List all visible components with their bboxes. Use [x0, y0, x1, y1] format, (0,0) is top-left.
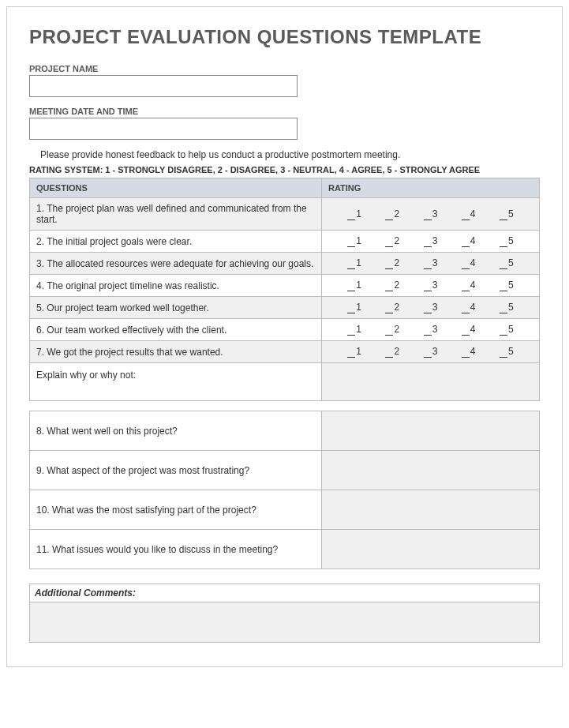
rating-option-5[interactable]: 5 [495, 324, 518, 336]
question-text: 1. The project plan was well defined and… [30, 198, 322, 231]
open-answer-cell[interactable] [322, 411, 540, 451]
open-answer-cell[interactable] [322, 451, 540, 490]
question-text: 7. We got the project results that we wa… [30, 341, 322, 363]
rating-option-3[interactable]: 3 [418, 302, 442, 313]
rating-option-5[interactable]: 5 [495, 302, 518, 313]
rating-option-3[interactable]: 3 [418, 235, 442, 247]
rating-option-1[interactable]: 1 [343, 257, 366, 269]
rating-option-5[interactable]: 5 [495, 257, 518, 269]
rating-option-4[interactable]: 4 [457, 302, 481, 313]
rating-option-2[interactable]: 2 [380, 257, 404, 269]
rating-cell: 1 2 3 4 5 [322, 253, 540, 275]
rating-option-5[interactable]: 5 [495, 280, 518, 291]
rating-cell: 1 2 3 4 5 [322, 341, 540, 363]
rating-cell: 1 2 3 4 5 [322, 275, 540, 297]
rating-option-1[interactable]: 1 [343, 235, 366, 247]
rating-option-4[interactable]: 4 [457, 346, 481, 358]
project-name-label: PROJECT NAME [29, 64, 540, 73]
table-row: 6. Our team worked effectively with the … [30, 319, 540, 341]
rating-cell: 1 2 3 4 5 [322, 319, 540, 341]
explain-answer-cell[interactable] [322, 363, 540, 401]
question-text: 5. Our project team worked well together… [30, 297, 322, 319]
meeting-datetime-label: MEETING DATE AND TIME [29, 107, 540, 116]
open-question-text: 10. What was the most satisfying part of… [30, 490, 322, 530]
rating-option-4[interactable]: 4 [457, 280, 481, 291]
header-rating: RATING [322, 178, 540, 198]
table-row: 10. What was the most satisfying part of… [30, 490, 540, 530]
rating-option-3[interactable]: 3 [418, 346, 442, 358]
question-text: 3. The allocated resources were adequate… [30, 253, 322, 275]
instruction-text: Please provide honest feedback to help u… [40, 149, 540, 160]
rating-option-1[interactable]: 1 [343, 208, 366, 220]
question-text: 2. The initial project goals were clear. [30, 231, 322, 253]
table-row: 8. What went well on this project? [30, 411, 540, 451]
rating-option-2[interactable]: 2 [380, 346, 404, 358]
rating-option-4[interactable]: 4 [457, 324, 481, 336]
table-row: 4. The original project timeline was rea… [30, 275, 540, 297]
open-questions-table: 8. What went well on this project?9. Wha… [29, 411, 540, 569]
rating-option-3[interactable]: 3 [418, 280, 442, 291]
rating-option-3[interactable]: 3 [418, 257, 442, 269]
open-question-text: 11. What issues would you like to discus… [30, 530, 322, 569]
rating-option-2[interactable]: 2 [380, 235, 404, 247]
rating-option-1[interactable]: 1 [343, 280, 366, 291]
rating-cell: 1 2 3 4 5 [322, 231, 540, 253]
rating-option-5[interactable]: 5 [495, 208, 518, 220]
meeting-datetime-input[interactable] [29, 118, 298, 140]
rating-option-3[interactable]: 3 [418, 208, 442, 220]
document-page: PROJECT EVALUATION QUESTIONS TEMPLATE PR… [6, 6, 563, 667]
rating-legend: RATING SYSTEM: 1 - STRONGLY DISAGREE, 2 … [29, 165, 540, 176]
table-row: 1. The project plan was well defined and… [30, 198, 540, 231]
table-row: 5. Our project team worked well together… [30, 297, 540, 319]
rating-option-1[interactable]: 1 [343, 346, 366, 358]
rating-option-2[interactable]: 2 [380, 208, 404, 220]
question-text: 6. Our team worked effectively with the … [30, 319, 322, 341]
rating-cell: 1 2 3 4 5 [322, 297, 540, 319]
rating-option-4[interactable]: 4 [457, 257, 481, 269]
table-row: 9. What aspect of the project was most f… [30, 451, 540, 490]
rated-questions-table: QUESTIONS RATING 1. The project plan was… [29, 178, 540, 401]
header-questions: QUESTIONS [30, 178, 322, 198]
rating-option-2[interactable]: 2 [380, 280, 404, 291]
rating-option-2[interactable]: 2 [380, 302, 404, 313]
table-row: 7. We got the project results that we wa… [30, 341, 540, 363]
open-question-text: 9. What aspect of the project was most f… [30, 451, 322, 490]
project-name-input[interactable] [29, 75, 298, 97]
page-title: PROJECT EVALUATION QUESTIONS TEMPLATE [29, 26, 540, 48]
rating-option-1[interactable]: 1 [343, 302, 366, 313]
rating-option-5[interactable]: 5 [495, 346, 518, 358]
explain-row: Explain why or why not: [30, 363, 540, 401]
table-row: 2. The initial project goals were clear.… [30, 231, 540, 253]
rating-option-4[interactable]: 4 [457, 235, 481, 247]
table-row: 11. What issues would you like to discus… [30, 530, 540, 569]
open-answer-cell[interactable] [322, 530, 540, 569]
additional-comments-input[interactable] [29, 602, 540, 643]
rating-cell: 1 2 3 4 5 [322, 198, 540, 231]
table-row: 3. The allocated resources were adequate… [30, 253, 540, 275]
explain-label: Explain why or why not: [30, 363, 322, 401]
rating-option-1[interactable]: 1 [343, 324, 366, 336]
open-question-text: 8. What went well on this project? [30, 411, 322, 451]
rating-option-4[interactable]: 4 [457, 208, 481, 220]
rating-option-3[interactable]: 3 [418, 324, 442, 336]
rating-option-5[interactable]: 5 [495, 235, 518, 247]
open-answer-cell[interactable] [322, 490, 540, 530]
question-text: 4. The original project timeline was rea… [30, 275, 322, 297]
additional-comments-label: Additional Comments: [29, 584, 540, 602]
rating-option-2[interactable]: 2 [380, 324, 404, 336]
